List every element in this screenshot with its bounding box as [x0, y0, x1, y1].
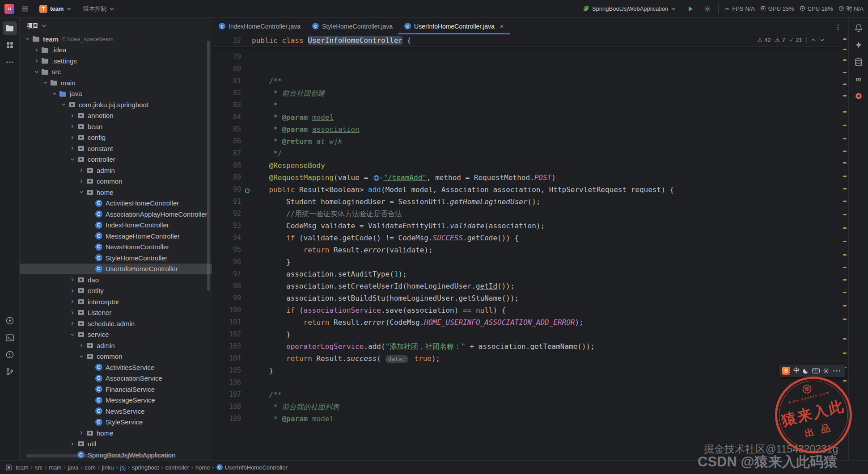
line-number[interactable]: 91: [213, 196, 252, 208]
line-number[interactable]: 98: [213, 280, 252, 292]
chevron-right-icon[interactable]: [68, 441, 76, 447]
chevron-down-icon[interactable]: [59, 101, 68, 108]
tree-item[interactable]: CActivitiesHomeController: [20, 198, 212, 209]
line-number[interactable]: 109: [213, 413, 252, 425]
tree-item[interactable]: schedule.admin: [20, 318, 212, 329]
breadcrumb-item[interactable]: springboot: [132, 464, 159, 471]
line-number[interactable]: 83: [213, 99, 252, 111]
tree-item[interactable]: CIndexHomeController: [20, 220, 212, 231]
warning-stripe-mark[interactable]: [843, 267, 847, 268]
tree-item[interactable]: config: [20, 132, 212, 143]
chevron-down-icon[interactable]: [77, 189, 85, 195]
breadcrumb-item[interactable]: src: [35, 464, 42, 471]
tree-item[interactable]: CStyleHomeController: [20, 252, 212, 264]
warning-stripe-mark[interactable]: [843, 49, 847, 50]
editor-tab[interactable]: CStyleHomeController.java: [306, 18, 398, 34]
chevron-down-icon[interactable]: [42, 80, 50, 86]
project-vertical-scrollbar[interactable]: [207, 41, 210, 291]
tree-item[interactable]: interceptor: [20, 296, 212, 307]
breadcrumb-item[interactable]: com: [85, 464, 96, 471]
main-menu-icon[interactable]: [19, 3, 31, 15]
code-line[interactable]: 105 }: [213, 365, 842, 377]
project-horizontal-scrollbar[interactable]: [26, 454, 174, 457]
line-number[interactable]: 107: [213, 389, 252, 401]
tree-item[interactable]: service: [20, 329, 212, 340]
warning-stripe-mark[interactable]: [843, 188, 847, 189]
inspection-badge[interactable]: ⚠7: [775, 37, 785, 43]
line-number[interactable]: 89: [213, 172, 252, 184]
error-stripe[interactable]: [842, 34, 848, 460]
inspection-badge[interactable]: ✓21: [789, 37, 802, 43]
tree-item[interactable]: admin: [20, 165, 212, 176]
chevron-right-icon[interactable]: [77, 178, 85, 185]
structure-tool-icon[interactable]: [3, 38, 17, 52]
chevron-down-icon[interactable]: [24, 36, 32, 42]
code-line[interactable]: 108 * 前台我的社团列表: [213, 401, 842, 413]
problems-tool-icon[interactable]: [3, 348, 17, 361]
warning-stripe-mark[interactable]: [843, 201, 847, 202]
line-number[interactable]: 87: [213, 147, 252, 159]
warning-stripe-mark[interactable]: [843, 162, 847, 164]
inspection-badge[interactable]: ⚠42: [758, 37, 771, 43]
warning-stripe-mark[interactable]: [843, 292, 847, 293]
warning-stripe-mark[interactable]: [843, 241, 847, 242]
run-button[interactable]: [684, 3, 697, 15]
line-number[interactable]: 80: [213, 63, 252, 75]
line-number[interactable]: 94: [213, 232, 252, 244]
line-number[interactable]: 96: [213, 256, 252, 268]
editor-tab[interactable]: CUserInfoHomeController.java×: [398, 18, 510, 34]
sticky-header-line[interactable]: 32public class UserInfoHomeController {: [213, 34, 842, 47]
tree-item[interactable]: entity: [20, 285, 212, 297]
chevron-right-icon[interactable]: [68, 145, 76, 151]
code-line[interactable]: 94 if (validate.getCode() != CodeMsg.SUC…: [213, 232, 842, 244]
line-number[interactable]: 85: [213, 123, 252, 135]
line-number[interactable]: 95: [213, 244, 252, 256]
line-number[interactable]: 99: [213, 292, 252, 304]
code-line[interactable]: 95 return Result.error(validate);: [213, 244, 842, 256]
warning-stripe-mark[interactable]: [843, 151, 847, 152]
tree-item[interactable]: CFinancialService: [20, 384, 212, 395]
code-line[interactable]: 90 public Result<Boolean> add(Model mode…: [213, 184, 842, 196]
code-line[interactable]: 85 * @param association: [213, 123, 842, 135]
tree-item[interactable]: CUserInfoHomeController: [20, 264, 212, 275]
warning-stripe-mark[interactable]: [843, 352, 847, 354]
chevron-down-icon[interactable]: [51, 91, 59, 97]
warning-stripe-mark[interactable]: [843, 95, 847, 96]
code-line[interactable]: 89 @RequestMapping(value = ▾"/teamAdd", …: [213, 172, 842, 184]
code-line[interactable]: 93 CodeMsg validate = ValidateEntityUtil…: [213, 220, 842, 232]
chevron-down-icon[interactable]: [77, 353, 85, 360]
line-number[interactable]: 106: [213, 377, 252, 389]
warning-stripe-mark[interactable]: [843, 305, 847, 306]
tree-item[interactable]: CAssociationApplayHomeController: [20, 209, 212, 220]
code-line[interactable]: 96 }: [213, 256, 842, 268]
breadcrumb-item[interactable]: home: [195, 464, 210, 471]
tree-item[interactable]: Listener: [20, 307, 212, 319]
maven-tool-icon[interactable]: m: [851, 72, 866, 86]
breadcrumb-item[interactable]: CUserInfoHomeController: [216, 464, 288, 471]
tree-item[interactable]: common: [20, 351, 212, 362]
tree-item[interactable]: constant: [20, 143, 212, 154]
run-tool-icon[interactable]: [3, 314, 17, 327]
code-line[interactable]: 104 return Result.success( data: true);: [213, 352, 842, 365]
project-widget[interactable]: T team: [36, 3, 75, 15]
chevron-right-icon[interactable]: [68, 123, 76, 130]
chevron-right-icon[interactable]: [68, 310, 76, 316]
tree-item[interactable]: CStyleService: [20, 417, 212, 428]
code-line[interactable]: 91 Student homeLoginedUser = SessionUtil…: [213, 196, 842, 208]
code-line[interactable]: 109 * @param model: [213, 413, 842, 425]
tree-item[interactable]: dao: [20, 274, 212, 285]
editor-tab[interactable]: CIndexHomeController.java: [213, 18, 306, 34]
line-number[interactable]: 105: [213, 365, 252, 377]
ime-language-indicator[interactable]: 中: [793, 367, 800, 375]
tree-item[interactable]: admin: [20, 340, 212, 351]
chevron-right-icon[interactable]: [68, 298, 76, 305]
code-line[interactable]: 83 *: [213, 99, 842, 111]
tree-item[interactable]: com.jinku.jsj.springboot: [20, 99, 212, 110]
warning-stripe-mark[interactable]: [843, 176, 847, 177]
inspections-widget[interactable]: ⚠42⚠7✓21: [758, 37, 825, 43]
chevron-up-icon[interactable]: [811, 38, 816, 42]
code-line[interactable]: 102 }: [213, 328, 842, 340]
project-folder-tool-icon[interactable]: [3, 21, 17, 35]
url-globe-icon[interactable]: ▾: [373, 172, 382, 184]
code-line[interactable]: 106: [213, 377, 842, 389]
